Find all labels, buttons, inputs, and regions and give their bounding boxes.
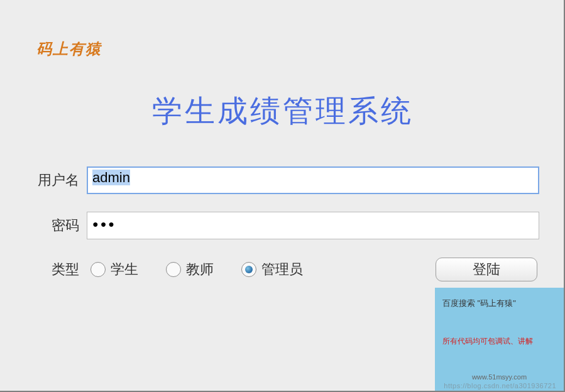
username-row: 用户名 admin <box>24 166 539 194</box>
username-label: 用户名 <box>24 171 79 190</box>
type-radio-group: 学生 教师 管理员 <box>91 260 303 279</box>
radio-icon <box>166 262 181 277</box>
radio-label: 学生 <box>111 260 138 279</box>
promo-line-2: 所有代码均可包调试、讲解 <box>442 336 556 347</box>
promo-line-1: 百度搜索 "码上有猿" <box>442 298 556 309</box>
brand-title: 码上有猿 <box>36 39 102 59</box>
radio-icon <box>241 262 256 277</box>
password-row: 密码 ●●● <box>24 212 539 239</box>
app-title: 学生成绩管理系统 <box>0 91 565 131</box>
radio-teacher[interactable]: 教师 <box>166 260 214 279</box>
type-label: 类型 <box>24 260 79 279</box>
radio-icon <box>91 262 106 277</box>
type-row: 类型 学生 教师 管理员 <box>24 260 303 279</box>
watermark: https://blog.csdn.net/a301936721 <box>444 382 556 389</box>
radio-label: 教师 <box>186 260 214 279</box>
username-input[interactable]: admin <box>87 166 539 194</box>
promo-box: 百度搜索 "码上有猿" 所有代码均可包调试、讲解 www.51msyy.com <box>435 288 564 391</box>
promo-line-3: www.51msyy.com <box>442 373 556 381</box>
radio-label: 管理员 <box>261 260 303 279</box>
password-input[interactable]: ●●● <box>87 212 539 239</box>
radio-student[interactable]: 学生 <box>91 260 138 279</box>
password-label: 密码 <box>24 216 79 235</box>
radio-admin[interactable]: 管理员 <box>241 260 303 279</box>
login-button[interactable]: 登陆 <box>436 258 537 281</box>
